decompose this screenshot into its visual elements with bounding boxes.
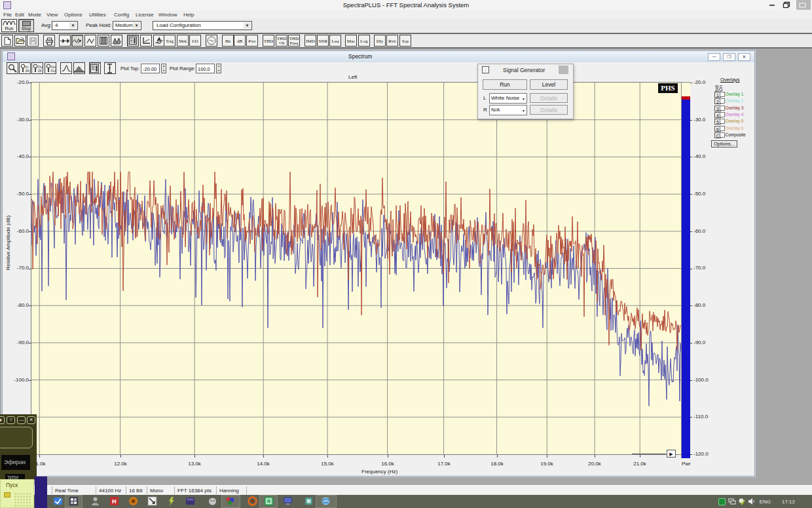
svg-text:2K: 2K — [38, 69, 43, 73]
svg-text:2K: 2K — [26, 69, 30, 73]
svg-text:H: H — [112, 498, 117, 505]
svg-text:Full: Full — [51, 69, 56, 73]
